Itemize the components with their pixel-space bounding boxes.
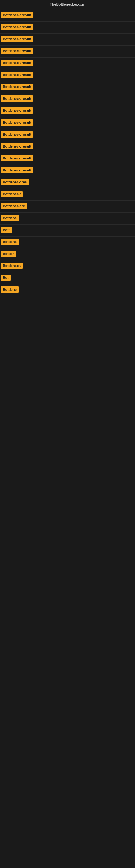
site-header: TheBottlenecker.com [0, 0, 135, 10]
results-list: Bottleneck resultBottleneck resultBottle… [0, 10, 135, 296]
bottleneck-badge-1[interactable]: Bottleneck result [1, 12, 33, 18]
result-row-3: Bottleneck result [0, 34, 135, 45]
bottleneck-badge-18[interactable]: Bottlene [1, 215, 19, 221]
result-row-18: Bottlene [0, 213, 135, 225]
result-row-19: Bott [0, 225, 135, 237]
result-row-7: Bottleneck result [0, 82, 135, 93]
bottleneck-badge-19[interactable]: Bott [1, 227, 12, 233]
bottleneck-badge-9[interactable]: Bottleneck result [1, 107, 33, 114]
cursor-area [0, 350, 135, 513]
text-cursor [1, 350, 1, 355]
bottleneck-badge-22[interactable]: Bottleneck [1, 262, 23, 269]
bottleneck-badge-7[interactable]: Bottleneck result [1, 84, 33, 90]
bottleneck-badge-17[interactable]: Bottleneck re [1, 203, 27, 209]
result-row-6: Bottleneck result [0, 69, 135, 82]
result-row-10: Bottleneck result [0, 117, 135, 129]
bottleneck-badge-8[interactable]: Bottleneck result [1, 95, 33, 102]
bottleneck-badge-16[interactable]: Bottleneck [1, 191, 23, 197]
result-row-13: Bottleneck result [0, 153, 135, 165]
result-row-5: Bottleneck result [0, 58, 135, 69]
bottleneck-badge-20[interactable]: Bottlene [1, 239, 19, 245]
site-title: TheBottlenecker.com [50, 2, 85, 6]
result-row-24: Bottlene [0, 284, 135, 296]
result-row-22: Bottleneck [0, 260, 135, 272]
page-container: TheBottlenecker.com Bottleneck resultBot… [0, 0, 135, 513]
result-row-9: Bottleneck result [0, 105, 135, 117]
bottleneck-badge-5[interactable]: Bottleneck result [1, 60, 33, 66]
bottleneck-badge-4[interactable]: Bottleneck result [1, 48, 33, 54]
empty-area [0, 296, 135, 350]
bottleneck-badge-10[interactable]: Bottleneck result [1, 119, 33, 126]
bottleneck-badge-23[interactable]: Bot [1, 275, 11, 281]
result-row-23: Bot [0, 272, 135, 284]
bottleneck-badge-2[interactable]: Bottleneck result [1, 24, 33, 30]
bottleneck-badge-24[interactable]: Bottlene [1, 286, 19, 293]
result-row-11: Bottleneck result [0, 129, 135, 141]
bottleneck-badge-6[interactable]: Bottleneck result [1, 72, 33, 78]
result-row-2: Bottleneck result [0, 22, 135, 34]
result-row-14: Bottleneck result [0, 165, 135, 177]
bottleneck-badge-13[interactable]: Bottleneck result [1, 155, 33, 161]
bottleneck-badge-11[interactable]: Bottleneck result [1, 131, 33, 137]
result-row-4: Bottleneck result [0, 45, 135, 58]
result-row-1: Bottleneck result [0, 10, 135, 22]
bottleneck-badge-3[interactable]: Bottleneck result [1, 36, 33, 42]
result-row-8: Bottleneck result [0, 93, 135, 105]
result-row-15: Bottleneck res [0, 177, 135, 189]
result-row-21: Bottler [0, 248, 135, 260]
result-row-20: Bottlene [0, 237, 135, 248]
bottleneck-badge-21[interactable]: Bottler [1, 251, 16, 257]
bottleneck-badge-15[interactable]: Bottleneck res [1, 179, 29, 185]
bottleneck-badge-14[interactable]: Bottleneck result [1, 167, 33, 173]
bottleneck-badge-12[interactable]: Bottleneck result [1, 143, 33, 150]
result-row-17: Bottleneck re [0, 201, 135, 213]
result-row-12: Bottleneck result [0, 141, 135, 153]
result-row-16: Bottleneck [0, 189, 135, 201]
